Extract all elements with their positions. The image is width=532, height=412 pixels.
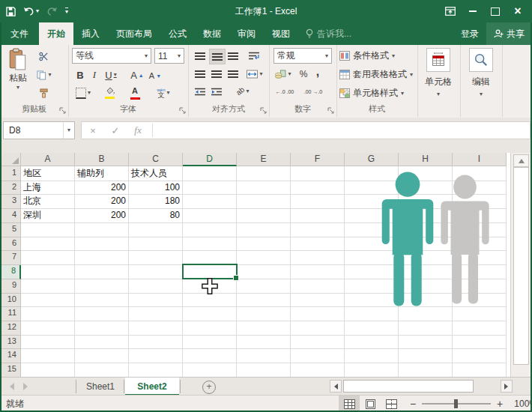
cell-B15[interactable] <box>75 363 129 377</box>
format-as-table-button[interactable]: 套用表格格式 ▾ <box>339 68 413 81</box>
cell-A3[interactable]: 北京 <box>21 194 75 209</box>
cell-H12[interactable] <box>399 321 453 336</box>
cell-A2[interactable]: 上海 <box>21 181 75 196</box>
cell-E1[interactable] <box>237 166 291 181</box>
sheet-tab-sheet1[interactable]: Sheet1 <box>78 378 123 396</box>
cell-D5[interactable] <box>183 222 237 237</box>
row-header-14[interactable]: 14 <box>0 348 21 363</box>
cell-B2[interactable]: 200 <box>75 181 129 196</box>
cell-E8[interactable] <box>237 264 291 279</box>
cell-C6[interactable] <box>129 237 183 252</box>
number-format-combo[interactable]: 常规 ▾ <box>273 48 332 64</box>
cell-E11[interactable] <box>237 306 291 321</box>
insert-function-button[interactable]: fx <box>127 124 149 136</box>
cell-A8[interactable] <box>21 264 75 279</box>
align-right-button[interactable] <box>226 67 241 81</box>
copy-button[interactable]: ▾ <box>34 69 54 81</box>
cell-I12[interactable] <box>453 321 507 336</box>
editing-group-button[interactable]: 编辑 ▾ <box>466 48 496 114</box>
sheet-tab-sheet2[interactable]: Sheet2 <box>125 378 179 396</box>
increase-font-button[interactable]: A▲ <box>130 68 145 82</box>
cell-F10[interactable] <box>291 293 345 308</box>
column-header-E[interactable]: E <box>237 153 291 166</box>
row-header-10[interactable]: 10 <box>0 293 21 308</box>
number-dialog-launcher[interactable] <box>327 107 334 114</box>
bold-button[interactable]: B <box>74 68 86 82</box>
cell-C9[interactable] <box>129 279 183 294</box>
new-sheet-button[interactable]: + <box>202 381 216 394</box>
cell-H14[interactable] <box>399 348 453 363</box>
increase-indent-button[interactable] <box>209 85 224 99</box>
zoom-in-button[interactable]: + <box>496 398 504 410</box>
format-painter-button[interactable] <box>36 87 51 99</box>
row-header-9[interactable]: 9 <box>0 279 21 294</box>
row-header-3[interactable]: 3 <box>0 194 21 209</box>
cell-A6[interactable] <box>21 237 75 252</box>
underline-dropdown-icon[interactable]: ▾ <box>114 72 117 78</box>
tab-file[interactable]: 文件 <box>0 22 39 45</box>
row-header-5[interactable]: 5 <box>0 222 21 237</box>
cell-C4[interactable]: 80 <box>129 208 183 223</box>
cell-B8[interactable] <box>75 264 129 279</box>
cell-A4[interactable]: 深圳 <box>21 208 75 223</box>
alignment-dialog-launcher[interactable] <box>260 107 267 114</box>
cell-F11[interactable] <box>291 306 345 321</box>
cell-F1[interactable] <box>291 166 345 181</box>
paste-dropdown-icon[interactable]: ▾ <box>16 85 19 91</box>
cell-A11[interactable] <box>21 306 75 321</box>
tab-review[interactable]: 审阅 <box>229 22 264 45</box>
sheet-nav-right-icon[interactable] <box>23 383 31 390</box>
cell-F13[interactable] <box>291 335 345 350</box>
tab-data[interactable]: 数据 <box>195 22 229 45</box>
vertical-scroll-thumb[interactable] <box>513 167 529 365</box>
tab-insert[interactable]: 插入 <box>73 22 108 45</box>
cell-B14[interactable] <box>75 348 129 363</box>
column-header-B[interactable]: B <box>75 153 129 166</box>
hscroll-right-button[interactable] <box>501 380 513 393</box>
paste-button[interactable]: 粘贴 ▾ <box>4 48 31 102</box>
cell-B5[interactable] <box>75 222 129 237</box>
cell-D3[interactable] <box>183 194 237 209</box>
cell-I13[interactable] <box>453 335 507 350</box>
cell-C8[interactable] <box>129 264 183 279</box>
cell-E9[interactable] <box>237 279 291 294</box>
tab-formulas[interactable]: 公式 <box>160 22 195 45</box>
cell-E2[interactable] <box>237 181 291 196</box>
decrease-font-button[interactable]: A▼ <box>148 70 163 82</box>
cell-H13[interactable] <box>399 335 453 350</box>
cell-A7[interactable] <box>21 250 75 265</box>
cells-group-button[interactable]: 单元格 ▾ <box>423 48 453 114</box>
cell-D13[interactable] <box>183 335 237 350</box>
cell-G14[interactable] <box>345 348 399 363</box>
tab-home[interactable]: 开始 <box>39 22 73 45</box>
zoom-slider[interactable] <box>422 403 491 405</box>
row-header-15[interactable]: 15 <box>0 363 21 377</box>
cell-D1[interactable] <box>183 166 237 181</box>
align-bottom-button[interactable] <box>226 49 241 63</box>
fill-color-button[interactable] <box>98 85 121 100</box>
page-layout-view-button[interactable] <box>360 396 381 412</box>
cell-E14[interactable] <box>237 348 291 363</box>
column-header-H[interactable]: H <box>399 153 453 166</box>
cell-E4[interactable] <box>237 208 291 223</box>
cell-E10[interactable] <box>237 293 291 308</box>
cell-A1[interactable]: 地区 <box>21 166 75 181</box>
cell-B6[interactable] <box>75 237 129 252</box>
cell-A5[interactable] <box>21 222 75 237</box>
cell-H15[interactable] <box>399 363 453 377</box>
sign-in-button[interactable]: 登录 <box>453 22 486 45</box>
cell-B10[interactable] <box>75 293 129 308</box>
cell-I15[interactable] <box>453 363 507 377</box>
row-header-4[interactable]: 4 <box>0 208 21 223</box>
cell-A12[interactable] <box>21 321 75 336</box>
cell-C5[interactable] <box>129 222 183 237</box>
cell-F5[interactable] <box>291 222 345 237</box>
font-name-combo[interactable]: 等线 ▾ <box>72 48 151 64</box>
name-box[interactable]: D8 ▾ <box>3 121 75 139</box>
cell-G12[interactable] <box>345 321 399 336</box>
cell-C7[interactable] <box>129 250 183 265</box>
row-header-12[interactable]: 12 <box>0 321 21 336</box>
cell-D14[interactable] <box>183 348 237 363</box>
cell-B7[interactable] <box>75 250 129 265</box>
cut-button[interactable] <box>36 50 51 62</box>
